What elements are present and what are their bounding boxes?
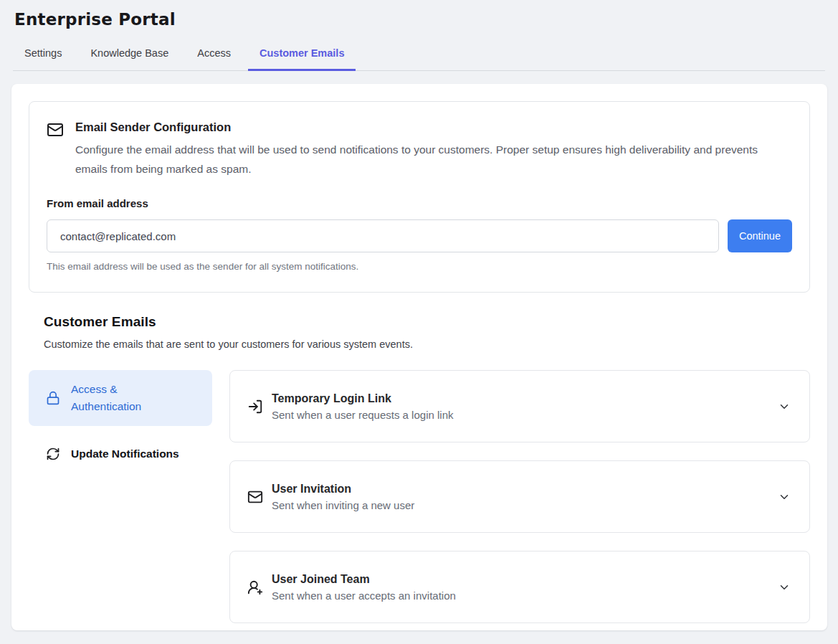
template-title: User Joined Team: [272, 573, 775, 586]
tab-access[interactable]: Access: [186, 39, 242, 71]
mail-icon: [47, 120, 64, 179]
lock-icon: [46, 391, 60, 405]
template-description: Sent when a user accepts an invitation: [272, 589, 775, 602]
user-plus-icon: [247, 579, 263, 595]
chevron-down-icon[interactable]: [775, 488, 794, 506]
refresh-icon: [46, 447, 60, 461]
chevron-down-icon[interactable]: [775, 578, 794, 597]
template-card-user-invitation[interactable]: User Invitation Sent when inviting a new…: [229, 460, 810, 533]
customer-emails-subtitle: Customize the emails that are sent to yo…: [44, 338, 810, 350]
mail-icon: [247, 489, 263, 505]
customer-emails-section-header: Customer Emails Customize the emails tha…: [44, 314, 810, 350]
category-label: Access & Authentication: [71, 381, 175, 415]
template-title: User Invitation: [272, 483, 775, 496]
from-email-input[interactable]: [47, 219, 719, 252]
sender-config-description: Configure the email address that will be…: [75, 140, 792, 179]
category-access-authentication[interactable]: Access & Authentication: [29, 370, 212, 426]
email-template-list: Temporary Login Link Sent when a user re…: [229, 370, 810, 623]
template-title: Temporary Login Link: [272, 392, 775, 405]
email-category-list: Access & Authentication Update Notificat…: [29, 370, 212, 623]
tab-settings[interactable]: Settings: [13, 39, 73, 71]
login-icon: [247, 399, 263, 415]
email-sender-config-card: Email Sender Configuration Configure the…: [29, 101, 810, 293]
customer-emails-title: Customer Emails: [44, 314, 810, 330]
tab-knowledge-base[interactable]: Knowledge Base: [79, 39, 180, 71]
category-update-notifications[interactable]: Update Notifications: [29, 436, 212, 472]
template-card-user-joined-team[interactable]: User Joined Team Sent when a user accept…: [229, 551, 810, 623]
page-header: Enterprise Portal: [0, 0, 838, 29]
category-label: Update Notifications: [71, 448, 179, 460]
template-description: Sent when inviting a new user: [272, 499, 775, 511]
sender-helper-text: This email address will be used as the s…: [47, 261, 792, 272]
template-card-temporary-login-link[interactable]: Temporary Login Link Sent when a user re…: [229, 370, 810, 442]
page-title: Enterprise Portal: [14, 10, 824, 29]
continue-button[interactable]: Continue: [728, 219, 792, 252]
tab-bar: Settings Knowledge Base Access Customer …: [13, 39, 825, 71]
chevron-down-icon[interactable]: [775, 397, 794, 416]
from-email-label: From email address: [47, 197, 792, 209]
template-description: Sent when a user requests a login link: [272, 409, 775, 421]
sender-config-title: Email Sender Configuration: [75, 120, 792, 134]
main-panel: Email Sender Configuration Configure the…: [11, 84, 827, 630]
tab-customer-emails[interactable]: Customer Emails: [248, 39, 356, 71]
